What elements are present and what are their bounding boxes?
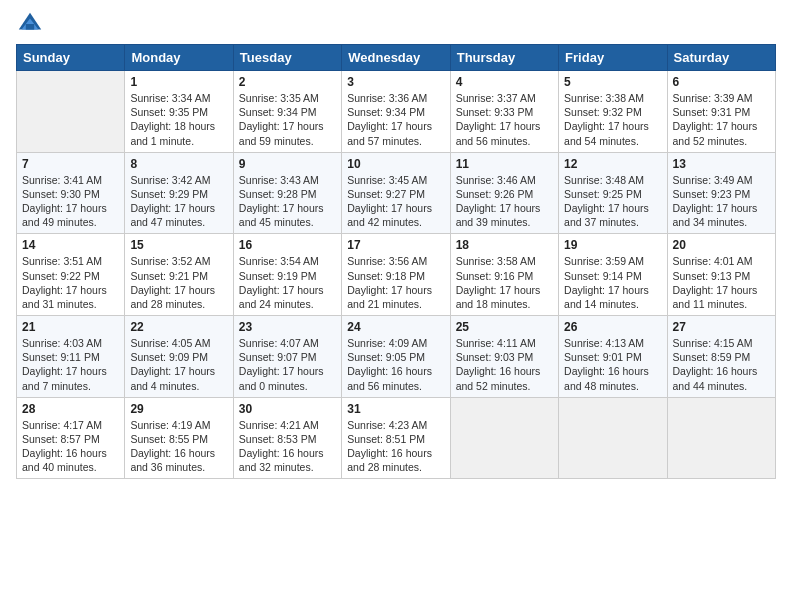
calendar-cell: 24Sunrise: 4:09 AM Sunset: 9:05 PM Dayli… (342, 316, 450, 398)
page: SundayMondayTuesdayWednesdayThursdayFrid… (0, 0, 792, 612)
calendar-cell: 16Sunrise: 3:54 AM Sunset: 9:19 PM Dayli… (233, 234, 341, 316)
weekday-header: Saturday (667, 45, 775, 71)
day-number: 18 (456, 238, 553, 252)
calendar-week-row: 14Sunrise: 3:51 AM Sunset: 9:22 PM Dayli… (17, 234, 776, 316)
day-info: Sunrise: 3:45 AM Sunset: 9:27 PM Dayligh… (347, 173, 444, 230)
day-number: 13 (673, 157, 770, 171)
day-info: Sunrise: 3:48 AM Sunset: 9:25 PM Dayligh… (564, 173, 661, 230)
calendar-cell: 25Sunrise: 4:11 AM Sunset: 9:03 PM Dayli… (450, 316, 558, 398)
day-info: Sunrise: 3:39 AM Sunset: 9:31 PM Dayligh… (673, 91, 770, 148)
day-info: Sunrise: 4:21 AM Sunset: 8:53 PM Dayligh… (239, 418, 336, 475)
calendar-cell: 19Sunrise: 3:59 AM Sunset: 9:14 PM Dayli… (559, 234, 667, 316)
calendar-cell: 5Sunrise: 3:38 AM Sunset: 9:32 PM Daylig… (559, 71, 667, 153)
logo (16, 10, 48, 38)
calendar-cell (559, 397, 667, 479)
logo-icon (16, 10, 44, 38)
day-info: Sunrise: 3:41 AM Sunset: 9:30 PM Dayligh… (22, 173, 119, 230)
day-number: 19 (564, 238, 661, 252)
day-info: Sunrise: 4:01 AM Sunset: 9:13 PM Dayligh… (673, 254, 770, 311)
calendar-cell: 13Sunrise: 3:49 AM Sunset: 9:23 PM Dayli… (667, 152, 775, 234)
day-info: Sunrise: 3:58 AM Sunset: 9:16 PM Dayligh… (456, 254, 553, 311)
calendar-cell: 17Sunrise: 3:56 AM Sunset: 9:18 PM Dayli… (342, 234, 450, 316)
day-number: 22 (130, 320, 227, 334)
calendar-week-row: 21Sunrise: 4:03 AM Sunset: 9:11 PM Dayli… (17, 316, 776, 398)
day-number: 23 (239, 320, 336, 334)
calendar-cell: 7Sunrise: 3:41 AM Sunset: 9:30 PM Daylig… (17, 152, 125, 234)
weekday-header: Wednesday (342, 45, 450, 71)
day-number: 2 (239, 75, 336, 89)
day-info: Sunrise: 4:11 AM Sunset: 9:03 PM Dayligh… (456, 336, 553, 393)
weekday-header: Friday (559, 45, 667, 71)
day-info: Sunrise: 3:52 AM Sunset: 9:21 PM Dayligh… (130, 254, 227, 311)
calendar-cell: 6Sunrise: 3:39 AM Sunset: 9:31 PM Daylig… (667, 71, 775, 153)
day-info: Sunrise: 3:35 AM Sunset: 9:34 PM Dayligh… (239, 91, 336, 148)
calendar-cell (17, 71, 125, 153)
day-number: 9 (239, 157, 336, 171)
calendar-cell: 21Sunrise: 4:03 AM Sunset: 9:11 PM Dayli… (17, 316, 125, 398)
day-info: Sunrise: 4:07 AM Sunset: 9:07 PM Dayligh… (239, 336, 336, 393)
day-info: Sunrise: 4:03 AM Sunset: 9:11 PM Dayligh… (22, 336, 119, 393)
day-number: 5 (564, 75, 661, 89)
day-number: 10 (347, 157, 444, 171)
calendar-cell: 18Sunrise: 3:58 AM Sunset: 9:16 PM Dayli… (450, 234, 558, 316)
calendar-week-row: 1Sunrise: 3:34 AM Sunset: 9:35 PM Daylig… (17, 71, 776, 153)
day-info: Sunrise: 3:51 AM Sunset: 9:22 PM Dayligh… (22, 254, 119, 311)
day-number: 4 (456, 75, 553, 89)
calendar-body: 1Sunrise: 3:34 AM Sunset: 9:35 PM Daylig… (17, 71, 776, 479)
day-info: Sunrise: 4:13 AM Sunset: 9:01 PM Dayligh… (564, 336, 661, 393)
day-info: Sunrise: 4:17 AM Sunset: 8:57 PM Dayligh… (22, 418, 119, 475)
day-number: 1 (130, 75, 227, 89)
day-info: Sunrise: 3:56 AM Sunset: 9:18 PM Dayligh… (347, 254, 444, 311)
calendar-cell: 28Sunrise: 4:17 AM Sunset: 8:57 PM Dayli… (17, 397, 125, 479)
calendar-cell: 12Sunrise: 3:48 AM Sunset: 9:25 PM Dayli… (559, 152, 667, 234)
day-info: Sunrise: 4:19 AM Sunset: 8:55 PM Dayligh… (130, 418, 227, 475)
day-number: 14 (22, 238, 119, 252)
day-number: 26 (564, 320, 661, 334)
calendar-cell: 27Sunrise: 4:15 AM Sunset: 8:59 PM Dayli… (667, 316, 775, 398)
calendar-cell: 14Sunrise: 3:51 AM Sunset: 9:22 PM Dayli… (17, 234, 125, 316)
day-info: Sunrise: 4:15 AM Sunset: 8:59 PM Dayligh… (673, 336, 770, 393)
day-info: Sunrise: 3:38 AM Sunset: 9:32 PM Dayligh… (564, 91, 661, 148)
weekday-header: Monday (125, 45, 233, 71)
day-number: 17 (347, 238, 444, 252)
day-info: Sunrise: 3:59 AM Sunset: 9:14 PM Dayligh… (564, 254, 661, 311)
day-info: Sunrise: 3:42 AM Sunset: 9:29 PM Dayligh… (130, 173, 227, 230)
calendar-cell (667, 397, 775, 479)
calendar-cell: 30Sunrise: 4:21 AM Sunset: 8:53 PM Dayli… (233, 397, 341, 479)
calendar-week-row: 28Sunrise: 4:17 AM Sunset: 8:57 PM Dayli… (17, 397, 776, 479)
calendar-cell: 15Sunrise: 3:52 AM Sunset: 9:21 PM Dayli… (125, 234, 233, 316)
calendar-week-row: 7Sunrise: 3:41 AM Sunset: 9:30 PM Daylig… (17, 152, 776, 234)
day-info: Sunrise: 4:23 AM Sunset: 8:51 PM Dayligh… (347, 418, 444, 475)
day-number: 12 (564, 157, 661, 171)
day-number: 21 (22, 320, 119, 334)
calendar-cell: 9Sunrise: 3:43 AM Sunset: 9:28 PM Daylig… (233, 152, 341, 234)
day-info: Sunrise: 3:43 AM Sunset: 9:28 PM Dayligh… (239, 173, 336, 230)
calendar-cell: 3Sunrise: 3:36 AM Sunset: 9:34 PM Daylig… (342, 71, 450, 153)
day-number: 24 (347, 320, 444, 334)
header (16, 10, 776, 38)
day-number: 8 (130, 157, 227, 171)
calendar-header: SundayMondayTuesdayWednesdayThursdayFrid… (17, 45, 776, 71)
day-number: 3 (347, 75, 444, 89)
calendar-cell: 10Sunrise: 3:45 AM Sunset: 9:27 PM Dayli… (342, 152, 450, 234)
day-info: Sunrise: 3:37 AM Sunset: 9:33 PM Dayligh… (456, 91, 553, 148)
weekday-row: SundayMondayTuesdayWednesdayThursdayFrid… (17, 45, 776, 71)
weekday-header: Thursday (450, 45, 558, 71)
day-number: 30 (239, 402, 336, 416)
calendar-cell: 29Sunrise: 4:19 AM Sunset: 8:55 PM Dayli… (125, 397, 233, 479)
calendar-cell: 1Sunrise: 3:34 AM Sunset: 9:35 PM Daylig… (125, 71, 233, 153)
day-number: 16 (239, 238, 336, 252)
day-info: Sunrise: 3:34 AM Sunset: 9:35 PM Dayligh… (130, 91, 227, 148)
day-number: 27 (673, 320, 770, 334)
calendar-cell: 2Sunrise: 3:35 AM Sunset: 9:34 PM Daylig… (233, 71, 341, 153)
day-info: Sunrise: 3:49 AM Sunset: 9:23 PM Dayligh… (673, 173, 770, 230)
day-number: 28 (22, 402, 119, 416)
weekday-header: Sunday (17, 45, 125, 71)
day-number: 7 (22, 157, 119, 171)
day-number: 11 (456, 157, 553, 171)
calendar-cell: 4Sunrise: 3:37 AM Sunset: 9:33 PM Daylig… (450, 71, 558, 153)
day-info: Sunrise: 3:46 AM Sunset: 9:26 PM Dayligh… (456, 173, 553, 230)
calendar-cell: 8Sunrise: 3:42 AM Sunset: 9:29 PM Daylig… (125, 152, 233, 234)
day-number: 6 (673, 75, 770, 89)
day-info: Sunrise: 4:09 AM Sunset: 9:05 PM Dayligh… (347, 336, 444, 393)
